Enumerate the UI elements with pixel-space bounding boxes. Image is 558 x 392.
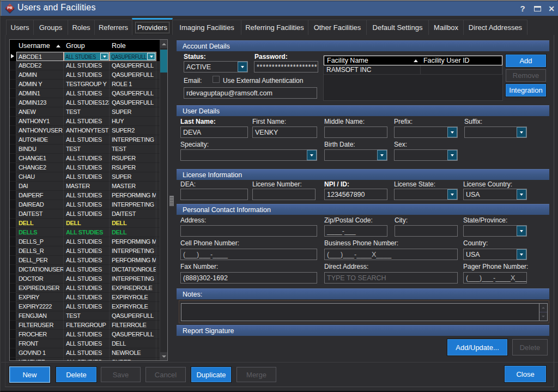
- fax-field[interactable]: (888)302-1692: [180, 272, 317, 284]
- cell-username[interactable]: GOVIND 1: [16, 348, 64, 358]
- cell-role[interactable]: INTERPRETING MD: [110, 246, 156, 256]
- cell-username[interactable]: EXPIRY2222: [16, 302, 64, 311]
- country-dropdown-icon[interactable]: [517, 249, 526, 260]
- cell-role[interactable]: SUPER: [110, 172, 156, 182]
- cell-role[interactable]: PERFORMING MD: [110, 237, 156, 246]
- cell-role[interactable]: INTERPRETING MD: [110, 274, 156, 284]
- cell-username[interactable]: ABCDE1: [16, 52, 64, 61]
- cell-username[interactable]: DICTATIONUSER: [16, 265, 64, 274]
- table-row[interactable]: FENGJIANTESTQASUPERFULL: [10, 311, 160, 321]
- cell-username[interactable]: DELL: [16, 219, 64, 228]
- cell-role[interactable]: RSUPER: [110, 154, 156, 163]
- facility-name-column-header[interactable]: Facility Name: [324, 56, 421, 65]
- cell-username[interactable]: DAI: [16, 182, 64, 191]
- table-row[interactable]: EXPIRYALL STUDIESEXPIRYROLE: [10, 293, 160, 302]
- specialty-dropdown-icon[interactable]: [307, 150, 317, 160]
- sex-dropdown-icon[interactable]: [447, 150, 457, 160]
- cell-username[interactable]: CHAU: [16, 172, 64, 182]
- cell-username[interactable]: ADMIN: [16, 70, 64, 80]
- scrollbar-thumb[interactable]: [160, 50, 167, 73]
- table-row[interactable]: CHANGE2ALL STUDIESRSUPER: [10, 163, 160, 172]
- cell-phone-field[interactable]: (___)___-____: [180, 249, 317, 260]
- cell-group[interactable]: FILTERGROUP: [64, 321, 110, 330]
- duplicate-button[interactable]: Duplicate: [191, 367, 231, 382]
- cell-username[interactable]: BINDU: [16, 144, 64, 154]
- cell-role[interactable]: SUPER2: [110, 126, 156, 135]
- splitter-grip[interactable]: [169, 196, 174, 206]
- cell-group[interactable]: ALL STUDIES: [64, 89, 110, 98]
- table-row[interactable]: DAIPERFALL STUDIESPERFORMING MD: [10, 191, 160, 200]
- state-province-dropdown-icon[interactable]: [517, 226, 526, 236]
- column-header-username[interactable]: Username: [16, 40, 64, 52]
- cell-group[interactable]: DELL: [64, 219, 110, 228]
- cell-group[interactable]: ALL STUDIES: [64, 52, 110, 61]
- dea-field[interactable]: [180, 189, 248, 200]
- cell-group[interactable]: ALL STUDIES: [64, 274, 110, 284]
- cell-group[interactable]: TEST: [64, 107, 110, 117]
- table-row[interactable]: DELL_PERALL STUDIESPERFORMING MD: [10, 256, 160, 265]
- cell-group[interactable]: TESTGROUP Y: [64, 80, 110, 89]
- merge-button[interactable]: Merge: [236, 367, 276, 382]
- tab-referrers[interactable]: Referrers: [94, 20, 132, 35]
- cell-group[interactable]: ALL STUDIES: [64, 172, 110, 182]
- cell-username[interactable]: DELL_PER: [16, 256, 64, 265]
- zip-field[interactable]: ____-___: [324, 225, 387, 237]
- cell-username[interactable]: ADMIN Y: [16, 80, 64, 89]
- cell-group[interactable]: ALL STUDIES: [64, 70, 110, 80]
- table-row[interactable]: DAIREADALL STUDIESINTERPRETING MD: [10, 200, 160, 209]
- table-row[interactable]: ANEWTESTSUPER: [10, 107, 160, 117]
- cell-username[interactable]: CHANGE1: [16, 154, 64, 163]
- table-row[interactable]: DICTATIONUSERALL STUDIESDICTATIONROLE: [10, 265, 160, 274]
- cell-role[interactable]: RSUPER: [110, 163, 156, 172]
- cell-group[interactable]: ALL STUDIES: [64, 256, 110, 265]
- prefix-combo[interactable]: [394, 126, 458, 138]
- specialty-combo[interactable]: [180, 149, 317, 161]
- cell-group[interactable]: ALL STUDIES: [64, 154, 110, 163]
- cancel-button[interactable]: Cancel: [145, 367, 186, 382]
- tab-providers[interactable]: Providers: [132, 18, 173, 35]
- table-row[interactable]: ADMINALL STUDIESQASUPERFULL: [10, 70, 160, 80]
- license-number-field[interactable]: [252, 189, 316, 200]
- cell-role[interactable]: DELL: [110, 219, 156, 228]
- cell-group[interactable]: ALL STUDIES: [64, 209, 110, 219]
- middle-name-field[interactable]: [324, 126, 387, 138]
- cell-group[interactable]: ALL STUDIES: [64, 135, 110, 144]
- tab-referring-facilities[interactable]: Referring Facilities: [241, 20, 308, 35]
- cell-group[interactable]: ALL STUDIES: [64, 61, 110, 70]
- table-row[interactable]: DELLS_PALL STUDIESPERFORMING MD: [10, 237, 160, 246]
- cell-role[interactable]: QASUPERFULL: [110, 330, 156, 339]
- table-row[interactable]: ABCDE2ALL STUDIESQASUPERFULL: [10, 61, 160, 70]
- table-row[interactable]: DAIMASTERMASTER: [10, 182, 160, 191]
- table-row[interactable]: CHANGE1ALL STUDIESRSUPER: [10, 154, 160, 163]
- cell-role[interactable]: NEWROLE: [110, 348, 156, 358]
- cell-username[interactable]: FROCHER: [16, 330, 64, 339]
- address-field[interactable]: [180, 225, 317, 237]
- cell-group[interactable]: ALL STUDIES123: [64, 98, 110, 107]
- cell-group[interactable]: ALL STUDIES: [64, 358, 110, 361]
- cell-username[interactable]: ANTHONYUSER: [16, 126, 64, 135]
- cell-group[interactable]: ALL STUDIES: [64, 246, 110, 256]
- prefix-dropdown-icon[interactable]: [447, 127, 457, 137]
- cell-group[interactable]: ALL STUDIES: [64, 117, 110, 126]
- cell-username[interactable]: ADMIN123: [16, 98, 64, 107]
- delete-signature-button[interactable]: Delete: [512, 339, 548, 355]
- table-row[interactable]: ADMIN YTESTGROUP YROLE 1: [10, 80, 160, 89]
- birth-date-dropdown-icon[interactable]: [377, 150, 387, 160]
- cell-group[interactable]: ALL STUDIES: [64, 339, 110, 348]
- notes-scroll-down-icon[interactable]: [539, 312, 547, 321]
- cell-role[interactable]: QASUPERFULL: [110, 311, 156, 321]
- cell-role[interactable]: SUPER: [110, 358, 156, 361]
- license-state-dropdown-icon[interactable]: [447, 189, 457, 200]
- cell-username[interactable]: DELLS_R: [16, 246, 64, 256]
- cell-username[interactable]: EXPIREDUSER: [16, 284, 64, 293]
- cell-username[interactable]: ADMIN1: [16, 89, 64, 98]
- cell-role[interactable]: HUY: [110, 117, 156, 126]
- tab-other-facilities[interactable]: Other Facilities: [308, 20, 367, 35]
- cell-username[interactable]: DOCTOR: [16, 274, 64, 284]
- table-row[interactable]: HEATHERALL STUDIESSUPER: [10, 358, 160, 361]
- table-row[interactable]: BINDUTESTTEST: [10, 144, 160, 154]
- cell-username[interactable]: EXPIRY: [16, 293, 64, 302]
- save-button[interactable]: Save: [101, 367, 141, 382]
- cell-role[interactable]: DAITEST: [110, 209, 156, 219]
- column-header-role[interactable]: Role: [110, 40, 156, 52]
